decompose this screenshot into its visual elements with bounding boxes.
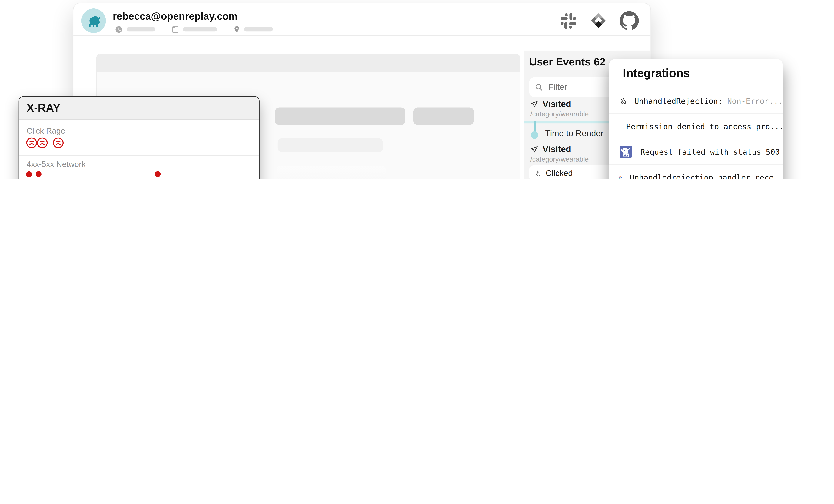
webpage-header-skeleton	[97, 54, 520, 72]
elastic-icon	[619, 170, 622, 179]
integration-item[interactable]: UnhandledRejection: Non-Error...	[609, 88, 783, 113]
skeleton-block	[277, 166, 386, 179]
integrations-title: Integrations	[623, 66, 690, 80]
clock-icon	[115, 25, 123, 33]
hand-click-icon	[535, 170, 542, 177]
xray-panel: X-RAY Click Rage 4xx-5xx Network Errors …	[19, 96, 260, 179]
click-rage-label: Click Rage	[27, 126, 65, 135]
user-events-title-text: User Events	[529, 56, 591, 67]
event-path: /category/wearable	[530, 155, 589, 163]
skeleton-bar	[275, 108, 405, 125]
location-pin-icon	[233, 25, 240, 34]
openreplay-session-screen: rebecca@openreplay.com	[0, 0, 834, 179]
visited-icon	[530, 100, 538, 108]
github-icon[interactable]	[620, 11, 639, 30]
integration-message: Unhandledrejection handler rece..	[630, 173, 783, 179]
visited-icon	[530, 145, 538, 153]
event-path: /category/wearable	[530, 110, 589, 118]
integration-message: Permission denied to access pro...	[626, 122, 783, 131]
integration-message-muted: Non-Error...	[723, 96, 783, 105]
xray-title: X-RAY	[19, 97, 259, 119]
angry-face-icon	[25, 137, 38, 149]
event-label: Clicked	[546, 169, 573, 178]
integration-message: Request failed with status 500	[640, 148, 780, 156]
jira-icon[interactable]	[589, 11, 608, 30]
network-error-dot	[36, 171, 42, 177]
angry-face-icon	[52, 137, 64, 149]
event-visited[interactable]: Visited	[530, 99, 571, 109]
meta-skeleton	[183, 27, 217, 31]
user-events-title: User Events 62	[529, 56, 606, 68]
search-icon	[535, 83, 543, 91]
skeleton-bar	[278, 138, 383, 152]
event-label: Visited	[543, 99, 571, 109]
session-meta	[115, 25, 273, 34]
integrations-panel: Integrations UnhandledRejection: Non-Err…	[609, 59, 783, 179]
integration-message: UnhandledRejection:	[634, 96, 723, 105]
integration-item[interactable]: Request failed with status 500	[609, 139, 783, 164]
time-to-render-label: Time to Render	[545, 129, 603, 138]
sentry-icon	[619, 93, 627, 108]
event-label: Visited	[543, 144, 571, 154]
slack-icon[interactable]	[559, 12, 577, 29]
meta-skeleton	[127, 27, 155, 31]
angry-face-icon	[36, 137, 48, 149]
event-visited[interactable]: Visited	[530, 144, 571, 154]
user-email: rebecca@openreplay.com	[113, 10, 238, 22]
network-error-dot	[26, 171, 32, 177]
network-errors-label: 4xx-5xx Network	[27, 159, 86, 169]
time-to-render-dot	[531, 131, 538, 139]
datadog-icon	[619, 145, 633, 159]
rhino-icon	[85, 12, 103, 30]
avatar	[81, 8, 106, 33]
meta-skeleton	[244, 27, 273, 31]
user-events-count: 62	[594, 56, 606, 67]
integration-item[interactable]: Unhandledrejection handler rece..	[609, 164, 783, 179]
integration-item[interactable]: Permission denied to access pro...	[609, 113, 783, 139]
browser-icon	[171, 25, 179, 33]
session-header: rebecca@openreplay.com	[73, 3, 651, 36]
network-error-dot	[155, 171, 160, 177]
skeleton-bar	[413, 108, 474, 125]
